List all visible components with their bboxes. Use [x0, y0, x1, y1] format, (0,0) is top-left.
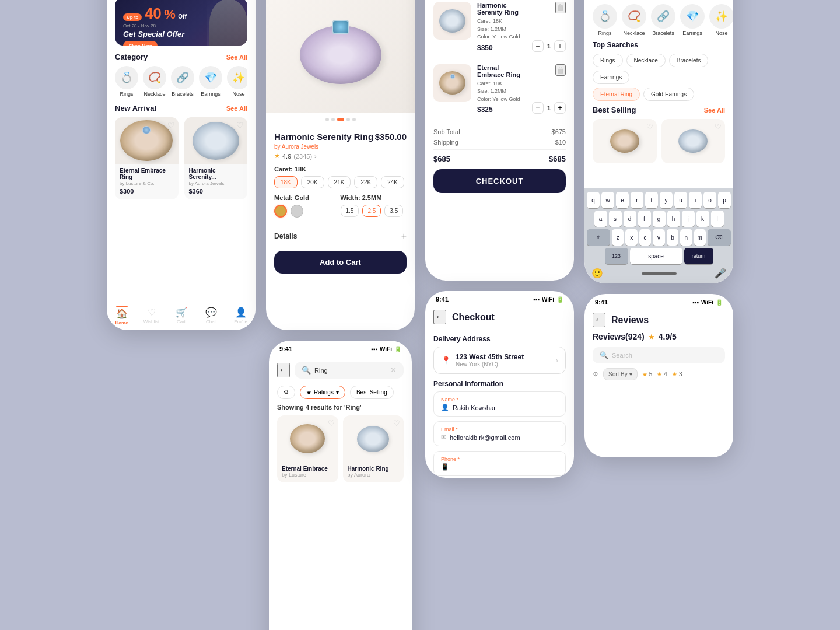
category-bracelets[interactable]: 🔗 Bracelets [171, 66, 194, 97]
key-z[interactable]: z [612, 229, 624, 246]
name-field[interactable]: Name * 👤 Rakib Kowshar [433, 391, 566, 416]
star-4-filter[interactable]: ★ 4 [657, 371, 667, 377]
width-2-5[interactable]: 2.5 [362, 205, 381, 217]
back-button-checkout[interactable]: ← [433, 310, 446, 324]
virtual-keyboard[interactable]: q w e r t y u i o p a s d f g h [584, 188, 733, 284]
delete-item-1[interactable]: 🗑 [555, 2, 566, 13]
emoji-key[interactable]: 🙂 [592, 268, 603, 279]
key-y[interactable]: y [660, 192, 673, 208]
checkout-button[interactable]: CHECKOUT [433, 169, 566, 193]
key-q[interactable]: q [587, 192, 600, 208]
nav-home[interactable]: 🏠 Home [107, 306, 136, 326]
key-shift[interactable]: ⇧ [587, 229, 610, 246]
tag-gold-earrings[interactable]: Gold Earrings [643, 88, 694, 101]
key-a[interactable]: a [594, 211, 607, 227]
result-card-2[interactable]: ♡ Harmonic Ring by Aurora [343, 415, 404, 482]
key-123[interactable]: 123 [605, 248, 628, 264]
key-p[interactable]: p [718, 192, 731, 208]
details-expandable[interactable]: Details + [274, 226, 407, 246]
key-t[interactable]: t [645, 192, 658, 208]
caret-22k[interactable]: 22K [354, 176, 377, 188]
best-product-1[interactable]: ♡ [593, 119, 657, 163]
clear-search-icon[interactable]: ✕ [390, 366, 397, 374]
dot-5[interactable] [352, 118, 356, 121]
qty-increase-2[interactable]: + [554, 102, 566, 114]
width-1-5[interactable]: 1.5 [341, 205, 359, 217]
key-return[interactable]: return [684, 248, 713, 264]
nav-wishlist[interactable]: ♡ Wishlist [136, 307, 166, 324]
back-button-reviews[interactable]: ← [593, 313, 606, 327]
best-heart-1[interactable]: ♡ [646, 123, 653, 131]
email-field[interactable]: Email * ✉ hellorakib.rk@gmail.com [433, 421, 566, 446]
address-card[interactable]: 📍 123 West 45th Street New York (NYC) › [433, 346, 566, 374]
best-selling-see-all[interactable]: See All [704, 107, 725, 114]
caret-20k[interactable]: 20K [301, 176, 324, 188]
tag-rings[interactable]: Rings [593, 54, 623, 67]
tag-earrings[interactable]: Earrings [593, 71, 629, 84]
new-arrival-see-all[interactable]: See All [226, 105, 247, 112]
key-g[interactable]: g [653, 211, 666, 227]
search-cat-nose[interactable]: ✨ Nose [709, 4, 733, 36]
key-b[interactable]: b [667, 229, 678, 246]
category-necklace[interactable]: 📿 Necklace [143, 66, 166, 97]
star-3-filter[interactable]: ★ 3 [672, 371, 682, 377]
category-earrings[interactable]: 💎 Earrings [199, 66, 222, 97]
key-l[interactable]: l [711, 211, 724, 227]
product-card-1[interactable]: ♡ Eternal Embrace Ring by Lusture & Co. … [115, 117, 178, 200]
category-see-all[interactable]: See All [226, 54, 247, 61]
tag-necklace[interactable]: Necklace [626, 54, 666, 67]
category-rings[interactable]: 💍 Rings [115, 66, 138, 97]
key-s[interactable]: s [609, 211, 622, 227]
key-m[interactable]: m [694, 229, 706, 246]
key-c[interactable]: c [639, 229, 651, 246]
key-e[interactable]: e [616, 192, 629, 208]
reviews-search-bar[interactable]: 🔍 Search [593, 347, 725, 363]
results-search-bar[interactable]: 🔍 Ring ✕ [295, 362, 404, 379]
voice-key[interactable]: 🎤 [715, 268, 726, 279]
nav-chat[interactable]: 💬 Chat [196, 307, 226, 324]
key-r[interactable]: r [631, 192, 643, 208]
rating-arrow[interactable]: › [314, 153, 317, 160]
search-cat-bracelets[interactable]: 🔗 Bracelets [651, 4, 676, 36]
qty-decrease-2[interactable]: − [532, 102, 544, 114]
key-j[interactable]: j [682, 211, 695, 227]
back-button-results[interactable]: ← [277, 363, 290, 377]
silver-color[interactable] [290, 205, 303, 218]
tag-bracelets[interactable]: Bracelets [669, 54, 709, 67]
ratings-filter[interactable]: ★ Ratings ▾ [300, 386, 345, 399]
best-heart-2[interactable]: ♡ [715, 123, 722, 131]
result-heart-2[interactable]: ♡ [393, 419, 400, 428]
key-o[interactable]: o [704, 192, 716, 208]
sort-by-button[interactable]: Sort By ▾ [603, 368, 638, 380]
promo-banner[interactable]: Up to 40 % Off Oct 28 - Nov 28 Get Speci… [115, 0, 247, 46]
dot-4[interactable] [346, 118, 350, 121]
best-product-2[interactable]: ♡ [662, 119, 726, 163]
width-3-5[interactable]: 3.5 [384, 205, 403, 217]
key-u[interactable]: u [674, 192, 687, 208]
result-heart-1[interactable]: ♡ [328, 419, 335, 428]
shop-now-button[interactable]: Shop Now [123, 41, 158, 46]
category-nose[interactable]: ✨ Nose [227, 66, 247, 97]
key-h[interactable]: h [667, 211, 680, 227]
search-cat-rings[interactable]: 💍 Rings [593, 4, 617, 36]
key-k[interactable]: k [696, 211, 709, 227]
filter-icon-button[interactable]: ⚙ [277, 386, 295, 399]
key-x[interactable]: x [625, 229, 637, 246]
qty-increase-1[interactable]: + [554, 40, 566, 52]
key-f[interactable]: f [638, 211, 651, 227]
best-selling-filter[interactable]: Best Selling [350, 386, 394, 399]
wishlist-icon-1[interactable]: ♡ [167, 121, 175, 130]
caret-24k[interactable]: 24K [381, 176, 404, 188]
key-space[interactable]: space [630, 248, 682, 264]
key-n[interactable]: n [680, 229, 692, 246]
gold-color[interactable] [274, 205, 287, 218]
result-card-1[interactable]: ♡ Eternal Embrace by Lusture [277, 415, 338, 482]
phone-field[interactable]: Phone * 📱 [433, 451, 566, 476]
reviews-search-placeholder[interactable]: Search [612, 352, 632, 359]
nav-cart[interactable]: 🛒 Cart [166, 307, 196, 324]
caret-18k[interactable]: 18K [274, 176, 298, 188]
dot-1[interactable] [326, 118, 329, 121]
key-w[interactable]: w [601, 192, 614, 208]
key-v[interactable]: v [653, 229, 664, 246]
star-5-filter[interactable]: ★ 5 [642, 371, 653, 377]
